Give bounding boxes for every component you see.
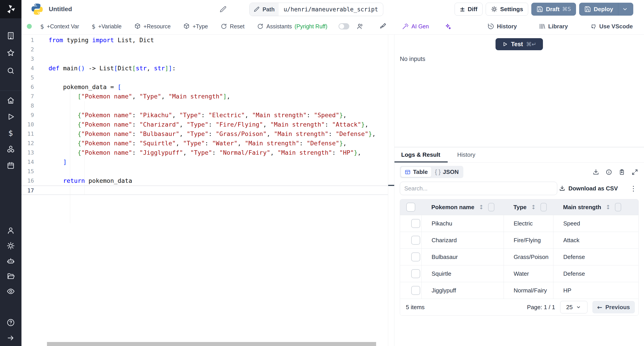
edit-title-button[interactable] xyxy=(218,5,226,13)
chevron-down-icon[interactable] xyxy=(622,6,628,12)
code-text: {"Pokemon name": "Squirtle", "Type": "Wa… xyxy=(48,139,346,148)
sort-icon[interactable]: ↕ xyxy=(478,204,485,211)
magic-wand-icon xyxy=(402,23,409,30)
multiplayer-toggle[interactable] xyxy=(338,23,349,29)
library-button[interactable]: Library xyxy=(538,23,569,30)
search-input[interactable] xyxy=(400,182,557,195)
add-type-button[interactable]: +Type xyxy=(182,23,209,30)
code-line[interactable]: 15 xyxy=(22,167,388,176)
row-checkbox[interactable] xyxy=(411,252,420,261)
code-line[interactable]: 9 {"Pokemon name": "Pikachu", "Type": "E… xyxy=(22,111,388,120)
indent-guide xyxy=(70,83,70,223)
sidebar-item-settings[interactable] xyxy=(6,241,15,250)
sidebar-item-schedules[interactable] xyxy=(6,161,15,170)
panel-splitter[interactable] xyxy=(388,35,394,346)
tab-history[interactable]: History xyxy=(456,151,477,159)
diff-button[interactable]: ± Diff xyxy=(454,3,482,16)
table-options-button[interactable]: ⋮ xyxy=(628,185,638,192)
sidebar-item-runs[interactable] xyxy=(6,112,15,121)
table-row: BulbasaurGrass/PoisonDefense xyxy=(400,248,638,265)
gear-icon xyxy=(491,6,498,12)
sidebar-item-folders[interactable] xyxy=(6,272,15,281)
row-checkbox[interactable] xyxy=(411,219,420,228)
row-checkbox[interactable] xyxy=(411,236,420,245)
sidebar-collapse-toggle[interactable] xyxy=(6,334,15,343)
code-line[interactable]: 11 {"Pokemon name": "Bulbasaur", "Type":… xyxy=(22,129,388,139)
code-line[interactable]: 7 ["Pokemon name", "Type", "Main strengt… xyxy=(22,92,388,101)
sort-icon[interactable]: ↕ xyxy=(604,204,612,211)
sidebar-item-search[interactable] xyxy=(6,66,15,75)
row-checkbox[interactable] xyxy=(411,286,420,295)
download-csv-button[interactable]: Download as CSV xyxy=(558,185,619,192)
format-code-button[interactable] xyxy=(378,22,388,30)
row-checkbox-cell xyxy=(400,265,422,282)
code-line[interactable]: 13 {"Pokemon name": "Jigglypuff", "Type"… xyxy=(22,148,388,157)
code-line[interactable]: 14 ] xyxy=(22,157,388,167)
code-line[interactable]: 1from typing import List, Dict xyxy=(22,35,388,45)
code-line[interactable]: 12 {"Pokemon name": "Squirtle", "Type": … xyxy=(22,139,388,148)
pencil-icon xyxy=(254,6,260,12)
script-path-field[interactable]: Path u/henri/maneuverable_script xyxy=(249,3,383,16)
add-variable-button[interactable]: $ +Variable xyxy=(90,23,123,30)
sidebar-item-resources[interactable] xyxy=(6,145,15,154)
previous-page-button[interactable]: ← Previous xyxy=(592,301,635,313)
tab-logs-result[interactable]: Logs & Result xyxy=(400,151,442,159)
row-checkbox[interactable] xyxy=(411,269,420,278)
download-result-button[interactable] xyxy=(592,169,599,175)
ai-sparkles-button[interactable] xyxy=(443,23,452,30)
add-context-var-button[interactable]: $ +Context Var xyxy=(39,23,80,30)
table-cell: Defense xyxy=(553,265,638,282)
use-vscode-button[interactable]: Use VScode xyxy=(588,23,634,30)
dollar-icon: $ xyxy=(8,129,13,138)
code-line[interactable]: 2 xyxy=(22,45,388,54)
page-size-select[interactable]: 25 xyxy=(560,301,588,313)
horizontal-scrollbar[interactable] xyxy=(47,342,376,346)
code-line[interactable]: 17 xyxy=(22,185,388,195)
column-filter-box[interactable] xyxy=(615,203,621,211)
line-number: 2 xyxy=(22,45,34,54)
assistants-status[interactable]: Assistants (Pyright Ruff) xyxy=(256,23,329,30)
sidebar-item-variables[interactable]: $ xyxy=(6,129,15,138)
deploy-button[interactable]: Deploy xyxy=(579,3,633,16)
sidebar-item-home[interactable] xyxy=(6,96,15,105)
table-cell: Charizard xyxy=(422,232,504,248)
column-filter-box[interactable] xyxy=(488,203,494,211)
view-mode-json[interactable]: { } JSON xyxy=(431,167,462,177)
test-button[interactable]: Test ⌘↵ xyxy=(496,38,543,50)
sidebar-item-workspace[interactable] xyxy=(6,31,15,40)
play-icon xyxy=(6,113,15,121)
sidebar-item-audit-logs[interactable] xyxy=(6,287,15,296)
history-button[interactable]: History xyxy=(486,23,518,30)
code-line[interactable]: 16 return pokemon_data xyxy=(22,176,388,185)
result-info-button[interactable] xyxy=(606,169,612,175)
settings-button[interactable]: Settings xyxy=(486,3,528,16)
expand-result-button[interactable] xyxy=(632,169,638,175)
sidebar-item-help[interactable] xyxy=(6,318,15,327)
code-line[interactable]: 6 pokemon_data = [ xyxy=(22,82,388,92)
code-line[interactable]: 8 xyxy=(22,101,388,111)
code-text: from typing import List, Dict xyxy=(48,35,154,45)
user-icon xyxy=(6,226,15,235)
code-line[interactable]: 3 xyxy=(22,54,388,64)
view-mode-table[interactable]: Table xyxy=(401,167,431,177)
copy-result-button[interactable] xyxy=(618,169,625,175)
multiplayer-users-button[interactable] xyxy=(355,22,365,30)
code-editor[interactable]: 1from typing import List, Dict234def mai… xyxy=(22,35,388,346)
eye-icon xyxy=(6,287,15,296)
windmill-logo[interactable] xyxy=(0,0,22,18)
reset-button[interactable]: Reset xyxy=(219,23,246,30)
select-all-checkbox[interactable] xyxy=(406,203,415,212)
sparkles-icon xyxy=(444,23,451,30)
code-line[interactable]: 4def main() -> List[Dict[str, str]]: xyxy=(22,64,388,73)
sidebar-item-favorites[interactable] xyxy=(6,48,15,57)
add-resource-button[interactable]: +Resource xyxy=(133,23,172,30)
sort-icon[interactable]: ↕ xyxy=(530,204,537,211)
ai-gen-button[interactable]: AI Gen xyxy=(401,23,430,30)
code-line[interactable]: 10 {"Pokemon name": "Charizard", "Type":… xyxy=(22,120,388,129)
sidebar-item-users[interactable] xyxy=(6,226,15,235)
column-filter-box[interactable] xyxy=(540,203,547,211)
draft-button[interactable]: Draft ⌘S xyxy=(531,3,576,16)
code-line[interactable]: 5 xyxy=(22,73,388,82)
sidebar-item-workers[interactable] xyxy=(6,256,15,265)
script-title[interactable]: Untitled xyxy=(49,5,72,13)
